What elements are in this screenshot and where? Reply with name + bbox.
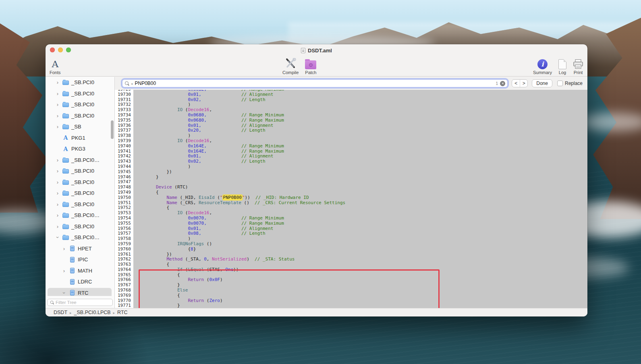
print-button[interactable]: Print [573,56,583,75]
sidebar-item--sb-pci0[interactable]: ›_SB.PCI0 [46,110,114,122]
sidebar-item--sb-pci0[interactable]: ›_SB.PCI0 [46,165,114,177]
sidebar-item--sb-pci0-[interactable]: ›_SB.PCI0… [46,155,114,166]
chevron-right-icon[interactable]: › [55,91,60,97]
chevron-right-icon[interactable]: › [55,113,60,119]
sidebar-item-label: _SB.PCI0 [71,113,94,119]
line-number: 19769 [115,293,133,298]
chevron-down-icon[interactable]: › [61,290,67,295]
chevron-right-icon[interactable]: › [55,190,60,196]
search-icon [124,81,130,86]
sidebar-item-label: _SB.PCI0 [71,223,94,230]
sidebar-item--sb-pci0[interactable]: ›_SB.PCI0 [46,88,114,99]
gear-icon: ⚙ [309,62,313,68]
find-next-button[interactable]: > [520,80,527,87]
sidebar-item-math[interactable]: ›MATH [46,265,114,277]
document-icon [301,48,305,53]
sidebar-scrollbar[interactable] [111,120,114,139]
patch-button[interactable]: ⚙ Patch [305,56,316,75]
chevron-down-icon[interactable]: › [55,235,61,240]
code-text: } [133,175,159,180]
search-field[interactable]: ▾ 1 ✕ [122,79,508,87]
sidebar-item--sb[interactable]: ›_SB [46,121,114,132]
search-input[interactable] [135,81,496,86]
done-button[interactable]: Done [532,79,552,87]
clear-search-button[interactable]: ✕ [500,81,505,86]
close-button[interactable] [50,48,55,52]
sidebar-item--sb-pci0-[interactable]: ›_SB.PCI0… [46,232,114,243]
breadcrumb-item[interactable]: DSDT [54,310,67,315]
folder-icon [62,157,69,163]
sidebar-item-label: _SB.PCI0 [71,168,94,174]
chevron-right-icon[interactable]: › [55,101,60,108]
line-number: 19739 [115,139,133,144]
sidebar-item-ldrc[interactable]: LDRC [46,276,114,287]
code-line: 19746 } [115,175,587,180]
breadcrumb-item[interactable]: RTC [117,310,127,315]
sidebar-item--sb-pci0[interactable]: ›_SB.PCI0 [46,199,114,210]
code-line: 19771 } [115,303,587,308]
chevron-right-icon[interactable]: › [55,157,60,163]
replace-toggle[interactable]: Replace [557,81,583,86]
match-count: 1 [496,81,498,86]
printer-icon [573,59,583,69]
sidebar-item--sb-pci0-[interactable]: ›_SB.PCI0… [46,210,114,221]
chevron-right-icon[interactable]: › [62,268,66,274]
pkg-icon: A [62,135,69,141]
zoom-button[interactable] [66,48,71,52]
sidebar-item-label: IPIC [78,256,88,263]
sidebar-item-label: PKG1 [71,135,85,141]
maciasl-window: DSDT.aml A Fonts [46,44,587,316]
page-icon [558,59,566,69]
line-number: 19749 [115,190,133,195]
chevron-right-icon[interactable]: › [55,168,60,174]
summary-button[interactable]: i Summary [533,56,552,75]
folder-icon [62,180,69,185]
sidebar-item-label: HPET [78,246,92,252]
compile-button[interactable]: Compile [282,56,299,75]
filter-tree-input[interactable] [56,300,118,305]
log-button[interactable]: Log [558,56,566,75]
sidebar-item-pkg1[interactable]: APKG1 [46,132,114,144]
chevron-right-icon[interactable]: › [55,124,60,130]
sidebar-item--sb-pci0[interactable]: ›_SB.PCI0 [46,177,114,188]
folder-icon [62,190,69,196]
sidebar-item-rtc[interactable]: ›RTC [46,287,114,296]
line-number: 19759 [115,242,133,247]
sidebar-item-label: _SB.PCI0 [71,79,94,85]
code-line: 19768 Else [115,288,587,293]
search-match-highlight: PNP0B00 [223,195,242,200]
sidebar-item-ipic[interactable]: IPIC [46,254,114,265]
code-line: 19760 {8} [115,247,587,252]
sidebar-item--sb-pci0[interactable]: ›_SB.PCI0 [46,99,114,110]
line-number: 19768 [115,288,133,293]
code-editor[interactable]: 19729 0x00B2, // Range Maximum19730 0x01… [115,90,587,308]
code-line: 19770 Return (Zero) [115,298,587,304]
compile-tools-icon [284,58,297,69]
sidebar: ›_SB.PCI0›_SB.PCI0›_SB.PCI0›_SB.PCI0›_SB… [46,77,115,308]
chevron-right-icon[interactable]: › [55,201,60,207]
replace-checkbox[interactable] [557,81,563,86]
sidebar-item-hpet[interactable]: ›HPET [46,243,114,254]
chevron-right-icon[interactable]: › [62,246,66,252]
patch-folder-icon: ⚙ [305,60,316,69]
sidebar-item--sb-pci0[interactable]: ›_SB.PCI0 [46,188,114,199]
fonts-button[interactable]: A Fonts [50,56,61,75]
filter-tree-field[interactable] [47,299,113,306]
chevron-right-icon[interactable]: › [55,179,60,185]
line-number: 19763 [115,262,133,267]
sidebar-item--sb-pci0[interactable]: ›_SB.PCI0 [46,221,114,232]
chevron-right-icon[interactable]: › [55,79,60,85]
breadcrumb-item[interactable]: _SB.PCI0.LPCB [74,310,111,315]
find-bar: ▾ 1 ✕ < > Done Replace [115,77,587,90]
chevron-right-icon[interactable]: › [55,223,60,230]
chevron-down-icon[interactable]: ▾ [131,83,133,86]
find-previous-button[interactable]: < [512,80,520,87]
line-number: 19771 [115,303,133,308]
chevron-right-icon[interactable]: › [55,212,60,218]
sidebar-item-label: _SB.PCI0 [71,190,94,196]
folder-icon [62,213,69,218]
titlebar[interactable]: DSDT.aml [46,44,587,56]
sidebar-item-pkg3[interactable]: APKG3 [46,143,114,155]
sidebar-item--sb-pci0[interactable]: ›_SB.PCI0 [46,77,114,88]
minimize-button[interactable] [58,48,63,52]
